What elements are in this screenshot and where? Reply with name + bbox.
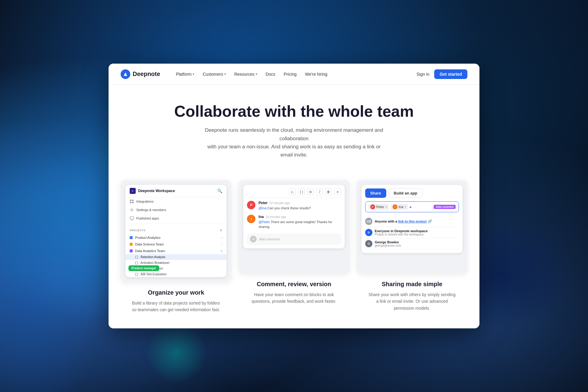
settings-icon — [130, 208, 134, 212]
project-3-chevron: ▾ — [221, 249, 222, 253]
share-input-row[interactable]: P Peter × I Ina × ▸ Data scientist — [365, 201, 459, 212]
comment-title: Comment, review, version — [257, 281, 331, 288]
navbar: Deepnote Platform ▾ Customers ▾ Resource… — [109, 64, 479, 85]
customers-chevron-icon: ▾ — [224, 72, 226, 76]
ina-comment-body: Ina 14 minutes ago @Peter There are some… — [258, 215, 341, 229]
ws-sub-retention[interactable]: Retention Analysis — [125, 254, 226, 260]
current-user-avatar: U — [250, 236, 257, 242]
svg-rect-2 — [130, 200, 131, 201]
nav-docs[interactable]: Docs — [262, 70, 279, 78]
share-row-george: G George Bowles george@acme.com — [365, 238, 459, 249]
toolbar-code-icon[interactable]: { } — [298, 188, 305, 195]
notebook-icon-2 — [135, 261, 138, 264]
ws-integrations[interactable]: Integrations — [125, 197, 226, 206]
ina-tag-avatar: I — [393, 204, 397, 209]
product-manager-badge: Product manager — [128, 265, 159, 271]
toolbar-more-icon[interactable]: ≡ — [334, 188, 341, 195]
ws-name: Deepnote Workspace — [138, 189, 175, 193]
peter-comment-text: @Ina Can you check these results? — [258, 206, 341, 210]
share-tag-ina: I Ina × — [391, 204, 408, 210]
george-avatar: G — [365, 240, 372, 247]
ws-search-icon[interactable]: 🔍 — [217, 188, 222, 193]
peter-tag-close[interactable]: × — [385, 205, 387, 209]
toolbar-share-icon[interactable]: ⤴ — [316, 188, 323, 195]
toolbar-run-icon[interactable]: ▷ — [289, 188, 296, 195]
peter-avatar: P — [247, 201, 255, 209]
hero-subtitle: Deepnote runs seamlessly in the cloud, m… — [204, 126, 384, 159]
svg-rect-9 — [135, 256, 138, 258]
share-tab[interactable]: Share — [365, 188, 386, 198]
ws-project-2[interactable]: Data Science Team › — [125, 241, 226, 248]
ws-settings[interactable]: Settings & members — [125, 206, 226, 214]
anyone-info: Anyone with a link to this project 🔗 — [375, 219, 459, 223]
svg-rect-4 — [130, 202, 131, 203]
comment-desc: Have your team comment on blocks to ask … — [249, 291, 339, 305]
data-scientist-badge: Data scientist — [434, 205, 456, 209]
cursor-icon: ▸ — [410, 204, 412, 209]
monitor-icon — [130, 216, 134, 220]
organize-title: Organize your work — [148, 289, 204, 296]
sharing-title: Sharing made simple — [382, 281, 442, 288]
share-tabs: Share Build an app — [365, 188, 459, 198]
organize-screenshot: D Deepnote Workspace 🔍 Integrations Sett… — [121, 180, 231, 282]
svg-point-6 — [131, 209, 133, 211]
sharing-screenshot: Share Build an app P Peter × I Ina × — [357, 180, 467, 273]
share-tag-peter: P Peter × — [368, 204, 389, 210]
notebook-icon — [135, 256, 138, 259]
features-grid: D Deepnote Workspace 🔍 Integrations Sett… — [109, 171, 479, 328]
everyone-info: Everyone in Deepnote workspace Project i… — [375, 229, 459, 236]
comment-ina: I Ina 14 minutes ago @Peter There are so… — [247, 215, 341, 229]
nav-links: Platform ▾ Customers ▾ Resources ▾ Docs … — [172, 70, 416, 78]
hero-title: Collaborate with the whole team — [121, 103, 467, 120]
feature-organize: D Deepnote Workspace 🔍 Integrations Sett… — [121, 180, 231, 313]
george-info: George Bowles george@acme.com — [375, 240, 459, 247]
nav-resources[interactable]: Resources ▾ — [231, 70, 261, 78]
nav-hiring[interactable]: We're hiring — [302, 70, 331, 78]
ina-tag-close[interactable]: × — [404, 205, 406, 209]
project-1-chevron: › — [221, 236, 222, 239]
ws-project-1[interactable]: Product Analytics › — [125, 234, 226, 241]
nav-platform[interactable]: Platform ▾ — [172, 70, 198, 78]
ws-published[interactable]: Published apps — [125, 214, 226, 223]
integrations-icon — [130, 199, 134, 204]
svg-point-1 — [125, 74, 126, 75]
build-app-tab[interactable]: Build an app — [389, 188, 422, 198]
svg-rect-10 — [135, 262, 138, 264]
ina-avatar: I — [247, 215, 255, 223]
toolbar-delete-icon[interactable]: 🗑 — [325, 188, 332, 195]
sign-in-link[interactable]: Sign in — [416, 72, 429, 77]
platform-chevron-icon: ▾ — [193, 72, 194, 76]
svg-rect-7 — [130, 217, 134, 219]
ws-sub-activation[interactable]: Activation Breakdown — [125, 260, 226, 266]
comment-toolbar: ▷ { } ⧉ ⤴ 🗑 ≡ — [247, 188, 341, 198]
feature-sharing: Share Build an app P Peter × I Ina × — [357, 180, 467, 313]
ws-projects-header: PROJECTS + — [125, 225, 226, 234]
comment-input[interactable]: Add comment — [259, 237, 338, 241]
nav-pricing[interactable]: Pricing — [280, 70, 300, 78]
logo-text: Deepnote — [133, 71, 160, 77]
svg-rect-12 — [135, 273, 138, 276]
comment-peter: P Peter 32 minutes ago @Ina Can you chec… — [247, 201, 341, 210]
comment-input-row[interactable]: U Add comment — [247, 233, 341, 245]
workspace-header: D Deepnote Workspace 🔍 — [125, 185, 226, 197]
logo[interactable]: Deepnote — [121, 69, 160, 79]
comment-screenshot: ▷ { } ⧉ ⤴ 🗑 ≡ P Peter 32 minutes ago — [239, 180, 349, 273]
ws-logo: D — [130, 188, 136, 194]
ws-project-3[interactable]: Data Analytics Team ▾ — [125, 248, 226, 254]
link-icon: 🔗 — [428, 219, 432, 223]
resources-chevron-icon: ▾ — [256, 72, 257, 76]
main-container: Deepnote Platform ▾ Customers ▾ Resource… — [109, 64, 479, 328]
nav-customers[interactable]: Customers ▾ — [199, 70, 229, 78]
project-link[interactable]: link to this project — [398, 220, 427, 223]
svg-rect-5 — [132, 202, 134, 203]
ws-add-project-button[interactable]: + — [220, 228, 222, 233]
anyone-avatar: cd — [365, 218, 372, 225]
share-row-anyone: cd Anyone with a link to this project 🔗 — [365, 216, 459, 227]
organize-desc: Build a library of data projects sorted … — [131, 300, 221, 313]
svg-rect-3 — [132, 200, 134, 201]
peter-comment-body: Peter 32 minutes ago @Ina Can you check … — [258, 201, 341, 210]
toolbar-copy-icon[interactable]: ⧉ — [307, 188, 314, 195]
everyone-avatar: D — [365, 229, 372, 236]
get-started-button[interactable]: Get started — [434, 69, 467, 79]
ws-sub-ab[interactable]: A/B Test Evaluation — [125, 271, 226, 277]
